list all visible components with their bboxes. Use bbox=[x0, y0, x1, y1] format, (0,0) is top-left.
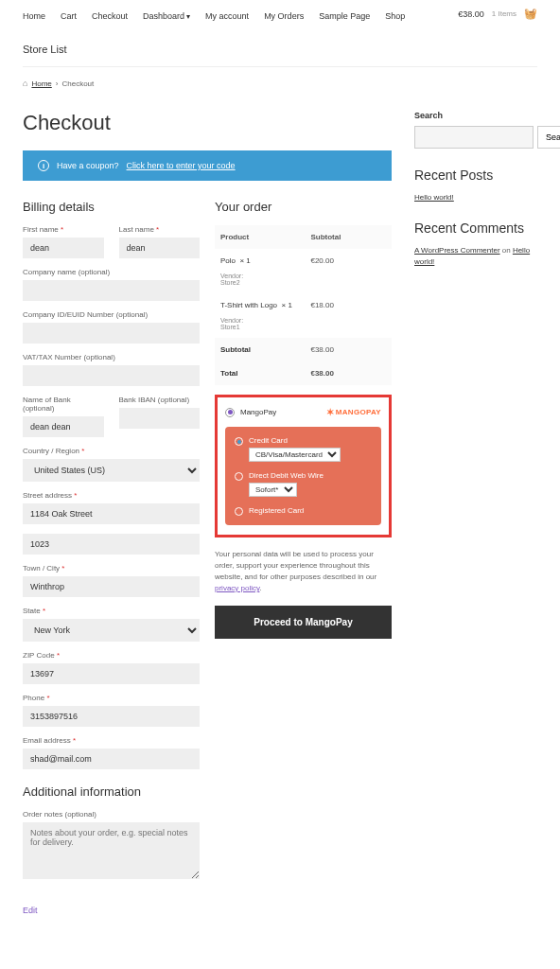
nav-storelist[interactable]: Store List bbox=[23, 40, 66, 59]
order-notes-field[interactable] bbox=[23, 822, 200, 879]
privacy-text: Your personal data will be used to proce… bbox=[215, 549, 392, 594]
payment-highlight: MangoPay ✶ MANGOPAY Credit Car bbox=[215, 395, 392, 537]
cart-items-count: 1 Items bbox=[492, 9, 516, 18]
wire-select[interactable]: Sofort* bbox=[249, 483, 297, 497]
radio-icon bbox=[235, 472, 243, 481]
country-select[interactable]: United States (US) bbox=[23, 459, 200, 482]
iban-field[interactable] bbox=[119, 408, 201, 429]
nav-home[interactable]: Home bbox=[23, 8, 45, 25]
home-icon: ⌂ bbox=[23, 79, 27, 88]
phone-field[interactable] bbox=[23, 706, 200, 727]
radio-icon bbox=[235, 507, 243, 516]
privacy-policy-link[interactable]: privacy policy bbox=[215, 584, 259, 592]
first-name-field[interactable] bbox=[23, 238, 104, 258]
coupon-notice: i Have a coupon? Click here to enter you… bbox=[23, 150, 392, 181]
nav-myaccount[interactable]: My account bbox=[205, 8, 249, 25]
breadcrumb-home[interactable]: Home bbox=[31, 79, 51, 88]
recent-posts-heading: Recent Posts bbox=[414, 167, 537, 183]
chevron-down-icon: ▾ bbox=[186, 12, 190, 21]
info-icon: i bbox=[38, 160, 49, 171]
nav-cart[interactable]: Cart bbox=[61, 8, 77, 25]
radio-icon bbox=[235, 437, 243, 446]
recent-comments-heading: Recent Comments bbox=[414, 220, 537, 236]
table-row: Polo × 1 €20.00 bbox=[215, 249, 392, 273]
vat-field[interactable] bbox=[23, 365, 200, 386]
mangopay-logo: ✶ MANGOPAY bbox=[326, 407, 382, 417]
basket-icon[interactable]: 🧺 bbox=[524, 8, 537, 20]
order-heading: Your order bbox=[215, 200, 392, 214]
nav-shop[interactable]: Shop bbox=[385, 8, 405, 25]
page-title: Checkout bbox=[23, 111, 392, 135]
nav-checkout[interactable]: Checkout bbox=[92, 8, 128, 25]
commenter-link[interactable]: A WordPress Commenter bbox=[414, 246, 500, 255]
additional-heading: Additional information bbox=[23, 784, 200, 799]
pm-creditcard[interactable]: Credit Card CB/Visa/Mastercard bbox=[235, 436, 372, 462]
billing-heading: Billing details bbox=[23, 200, 200, 214]
post-link[interactable]: Hello world! bbox=[414, 193, 454, 202]
table-row: T-Shirt with Logo × 1 €18.00 bbox=[215, 293, 392, 317]
bank-name-field[interactable] bbox=[23, 416, 104, 437]
street2-field[interactable] bbox=[23, 534, 200, 555]
breadcrumb: ⌂ Home › Checkout bbox=[23, 79, 537, 88]
state-select[interactable]: New York bbox=[23, 619, 200, 642]
creditcard-select[interactable]: CB/Visa/Mastercard bbox=[249, 448, 341, 462]
email-field[interactable] bbox=[23, 749, 200, 769]
nav-myorders[interactable]: My Orders bbox=[264, 8, 304, 25]
gateway-mangopay[interactable]: MangoPay bbox=[225, 408, 276, 417]
city-field[interactable] bbox=[23, 576, 200, 597]
search-input[interactable] bbox=[414, 126, 534, 149]
last-name-field[interactable] bbox=[119, 238, 201, 258]
company-id-field[interactable] bbox=[23, 323, 200, 344]
radio-selected-icon bbox=[225, 408, 235, 417]
cart-total: €38.00 bbox=[458, 9, 484, 19]
nav-samplepage[interactable]: Sample Page bbox=[319, 8, 370, 25]
search-button[interactable]: Search bbox=[537, 126, 560, 149]
street1-field[interactable] bbox=[23, 503, 200, 524]
nav-dashboard[interactable]: Dashboard▾ bbox=[143, 8, 190, 25]
company-field[interactable] bbox=[23, 280, 200, 301]
coupon-link[interactable]: Click here to enter your code bbox=[127, 161, 236, 170]
breadcrumb-current: Checkout bbox=[61, 79, 94, 88]
pm-wire[interactable]: Direct Debit Web Wire Sofort* bbox=[235, 471, 372, 497]
zip-field[interactable] bbox=[23, 663, 200, 684]
pm-registered[interactable]: Registered Card bbox=[235, 506, 372, 516]
proceed-button[interactable]: Proceed to MangoPay bbox=[215, 606, 392, 639]
edit-link[interactable]: Edit bbox=[23, 906, 38, 915]
mangopay-logo-icon: ✶ bbox=[326, 407, 334, 417]
